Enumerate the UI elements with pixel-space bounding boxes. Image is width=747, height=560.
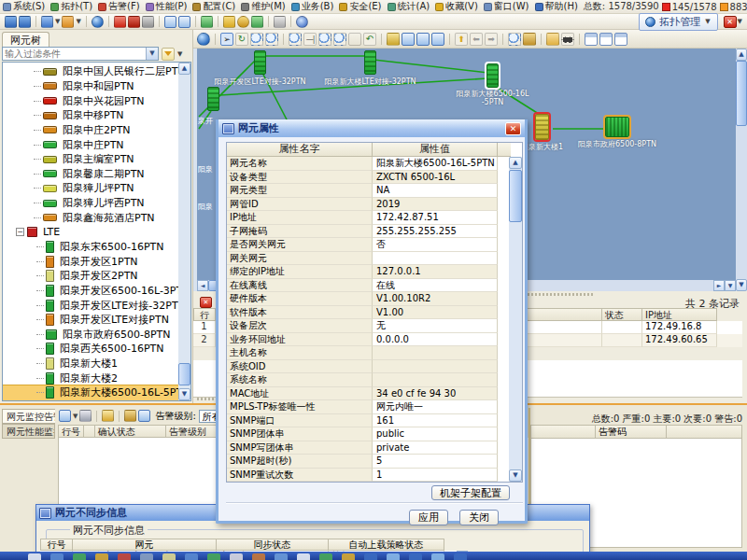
property-value-field[interactable]: 34 e0 cf fe 94 30 [373, 387, 498, 401]
topology-vscrollbar[interactable]: ▲ ▼ [736, 49, 747, 291]
taskbar-icon[interactable] [409, 553, 422, 560]
tree-item[interactable]: − 阳泉开发区1PTN [3, 254, 143, 269]
taskbar-icon[interactable] [73, 553, 86, 560]
taskbar-icon[interactable] [207, 553, 220, 560]
help-icon[interactable] [296, 16, 308, 28]
col-attribute-name[interactable]: 属性名字 [227, 143, 373, 157]
tree-item[interactable]: − 阳泉馨康二期PTN [3, 166, 149, 181]
taskbar-icon[interactable] [342, 553, 355, 560]
property-value-field[interactable]: V1.00 [373, 306, 498, 320]
search-icon[interactable] [561, 33, 574, 46]
tree-item[interactable]: − 阳泉市政府6500-8PTN [3, 328, 176, 343]
property-value-field[interactable]: 2019 [373, 198, 498, 212]
taskbar-icon[interactable] [95, 553, 108, 560]
taskbar-icon[interactable] [28, 553, 41, 560]
tree-item[interactable]: − 阳泉东宋6500-16PTN [3, 240, 169, 255]
property-value-field[interactable]: 1 [373, 469, 498, 483]
property-value-field[interactable]: 5 [373, 455, 498, 469]
link-status-icon[interactable] [251, 16, 263, 28]
zoom-out-icon[interactable] [289, 33, 302, 46]
edit-icon[interactable] [274, 16, 286, 28]
col-attribute-value[interactable]: 属性值 [373, 143, 498, 157]
taskbar-icon[interactable] [140, 553, 153, 560]
expander-icon[interactable]: − [16, 228, 24, 236]
panel-close-icon[interactable]: ✕ [200, 297, 212, 308]
security-key-icon[interactable] [223, 16, 235, 28]
close-button[interactable]: 关闭 [459, 510, 499, 525]
overview-grid-icon[interactable] [348, 33, 361, 46]
zoom-slider[interactable]: —|— [303, 33, 317, 46]
forward-dropdown-icon[interactable]: ▼ [76, 18, 80, 25]
scroll-up-icon[interactable]: ▲ [178, 63, 190, 75]
zoom-area-icon[interactable] [265, 33, 278, 46]
property-value-field[interactable]: 在线 [373, 279, 498, 293]
menu-item[interactable]: 业务(B) [291, 0, 334, 13]
user-add-icon[interactable] [5, 16, 17, 28]
refresh-icon[interactable] [59, 410, 71, 422]
property-value-field[interactable] [373, 346, 498, 360]
property-value-field[interactable]: 172.42.87.51 [373, 211, 498, 225]
property-value-field[interactable]: ZXCTN 6500-16L [373, 171, 498, 185]
menu-item[interactable]: 性能(P) [146, 0, 188, 13]
taskbar-icon[interactable] [275, 553, 288, 560]
layout-save-icon[interactable] [402, 33, 415, 46]
menu-item[interactable]: 帮助(H) [535, 0, 578, 13]
tree-item[interactable]: − 阳泉獐儿坪PTN [3, 181, 139, 196]
taskbar-icon[interactable] [50, 553, 63, 560]
find-window-icon[interactable] [508, 33, 521, 46]
apply-button[interactable]: 应用 [409, 510, 448, 525]
column-config-icon[interactable] [138, 410, 150, 422]
scrollbar-thumb[interactable] [509, 170, 522, 222]
dialog-table-scrollbar[interactable]: ▲ ▼ [509, 157, 522, 482]
topology-node[interactable] [207, 87, 219, 111]
property-value-field[interactable]: 无 [373, 319, 498, 333]
back-icon[interactable] [41, 16, 53, 28]
tree-item[interactable]: − 阳泉新大楼6500-16L-5PTN [3, 385, 191, 400]
scroll-up-icon[interactable]: ▲ [736, 49, 747, 61]
go-up-icon[interactable]: ⬆ [455, 33, 468, 46]
tree-item[interactable]: − 阳泉开发区LTE对接PTN [3, 313, 174, 328]
splitter-grip[interactable] [528, 293, 593, 296]
tree-item[interactable]: − 阳泉中国人民银行二层PTN [3, 64, 190, 79]
tree-item[interactable]: − 阳泉主编室PTN [3, 152, 139, 167]
table-view-icon[interactable] [585, 33, 598, 46]
taskbar-icon[interactable] [230, 553, 243, 560]
detail-view-icon[interactable] [614, 33, 627, 46]
rotate-tool-icon[interactable]: ↻ [235, 33, 248, 46]
filter-input[interactable] [3, 48, 146, 60]
list-view-icon[interactable] [599, 33, 613, 46]
zoom-tool-icon[interactable] [250, 33, 263, 46]
scroll-down-icon[interactable]: ▼ [736, 279, 747, 291]
col-row-number[interactable]: 行号 [58, 425, 84, 438]
property-value-field[interactable]: 127.0.0.1 [373, 265, 498, 279]
taskbar-icon[interactable] [387, 553, 400, 560]
export-icon[interactable] [102, 410, 114, 422]
current-alarm-icon[interactable] [114, 16, 126, 28]
property-value-field[interactable]: 0.0.0.0 [373, 333, 498, 347]
menu-item[interactable]: 告警(F) [98, 0, 140, 13]
menu-item[interactable]: 系统(S) [3, 0, 45, 13]
filter-funnel-icon[interactable] [162, 48, 175, 61]
tree-scrollbar[interactable]: ▲ ▼ [178, 63, 190, 400]
menu-item[interactable]: 配置(C) [192, 0, 235, 13]
tools-icon[interactable] [523, 33, 536, 46]
tree-item[interactable]: − 阳泉新大楼1 [3, 357, 122, 371]
tree-item[interactable]: − 阳泉开发区6500-16L-3PTN [3, 284, 191, 299]
col-ack-status[interactable]: 确认状态 [95, 425, 166, 438]
print-icon[interactable] [79, 410, 92, 422]
view-mode-icon[interactable] [197, 33, 210, 46]
tab-ne-monitor-alarm[interactable]: 网元监控告警 [2, 409, 55, 424]
menu-item[interactable]: 维护(M) [241, 0, 285, 13]
tree-item[interactable]: − 阳泉中庄2PTN [3, 123, 135, 138]
tree-item[interactable]: − LTE [3, 225, 64, 240]
topology-node[interactable]: 阳泉新大楼1 [535, 114, 549, 140]
property-value-field[interactable]: NA [373, 184, 498, 198]
service-config-icon[interactable] [201, 16, 213, 28]
zoom-reset-icon[interactable] [333, 33, 346, 46]
scroll-up-icon[interactable]: ▲ [509, 157, 522, 169]
topology-node[interactable]: 阳泉新大楼6500-16L-5PTN [486, 63, 499, 88]
menu-item[interactable]: 收藏(V) [435, 0, 478, 13]
col-row-number[interactable]: 行 [193, 308, 216, 321]
group-icon[interactable] [546, 33, 559, 46]
window-view-icon[interactable] [164, 16, 176, 28]
